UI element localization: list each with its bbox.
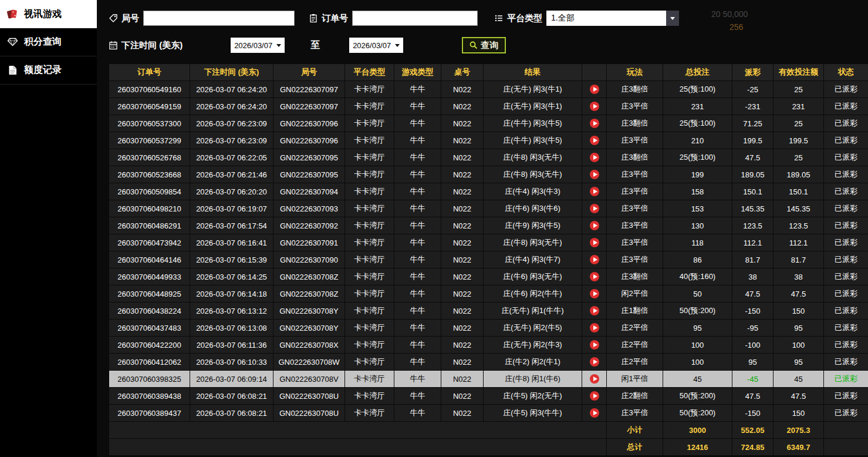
valid-bet-cell: 150 <box>774 303 824 320</box>
platform-type-cell: 卡卡湾厅 <box>345 115 394 132</box>
platform-select[interactable]: 1.全部 <box>546 11 679 26</box>
replay-button[interactable] <box>590 255 599 264</box>
sidebar-item-quota-record[interactable]: 额度记录 <box>0 56 97 85</box>
replay-button[interactable] <box>590 221 599 230</box>
bet-time-cell: 2026-03-07 06:19:07 <box>190 200 273 217</box>
table-row[interactable]: 260307060448925 2026-03-07 06:14:18 GN02… <box>109 285 868 303</box>
replay-button[interactable] <box>590 170 599 179</box>
payout-cell: 47.5 <box>732 149 774 166</box>
payout-cell: 71.25 <box>732 115 774 132</box>
table-row[interactable]: 260307060523668 2026-03-07 06:21:46 GN02… <box>109 166 868 183</box>
platform-select-value: 1.全部 <box>551 13 575 23</box>
total-bet-cell: 130 <box>663 217 732 234</box>
round-number-input[interactable] <box>143 11 295 26</box>
total-bet-cell: 25(预:100) <box>663 149 732 166</box>
table-row[interactable]: 260307060437483 2026-03-07 06:13:08 GN02… <box>109 320 868 337</box>
round-number-cell: GN0222630708X <box>273 337 345 354</box>
round-number-cell: GN02226307090 <box>273 251 345 268</box>
replay-button[interactable] <box>590 85 599 94</box>
total-bet-cell: 50(预:200) <box>663 303 732 320</box>
sidebar-item-points-query[interactable]: 积分查询 <box>0 28 97 56</box>
result-cell: 庄(无牛) 闲2(牛3) <box>484 337 582 354</box>
table-row[interactable]: 260307060498210 2026-03-07 06:19:07 GN02… <box>109 200 868 217</box>
replay-button[interactable] <box>590 323 599 332</box>
replay-button[interactable] <box>590 306 599 315</box>
valid-bet-cell: 25 <box>774 115 824 132</box>
replay-button[interactable] <box>590 119 599 128</box>
table-row[interactable]: 260307060526768 2026-03-07 06:22:05 GN02… <box>109 149 868 166</box>
payout-cell: 199.5 <box>732 132 774 149</box>
platform-type-cell: 卡卡湾厅 <box>345 217 394 234</box>
status-cell: 已派彩 <box>824 354 868 371</box>
round-number-cell: GN02226307097 <box>273 81 345 98</box>
table-row[interactable]: 260307060549159 2026-03-07 06:24:20 GN02… <box>109 98 868 115</box>
bet-time-cell: 2026-03-07 06:16:41 <box>190 234 273 251</box>
replay-button[interactable] <box>590 357 599 367</box>
col-play-method: 玩法 <box>607 64 663 81</box>
replay-button[interactable] <box>590 391 599 401</box>
valid-bet-cell: 199.5 <box>774 132 824 149</box>
platform-type-cell: 卡卡湾厅 <box>345 268 394 285</box>
payout-cell: 47.5 <box>732 388 774 405</box>
game-type-cell: 牛牛 <box>394 132 441 149</box>
table-row[interactable]: 260307060486291 2026-03-07 06:17:54 GN02… <box>109 217 868 234</box>
replay-button[interactable] <box>590 204 599 213</box>
replay-button[interactable] <box>590 272 599 281</box>
replay-button[interactable] <box>590 102 599 111</box>
table-row[interactable]: 260307060412062 2026-03-07 06:10:33 GN02… <box>109 354 868 371</box>
bet-time-cell: 2026-03-07 06:21:46 <box>190 166 273 183</box>
table-row[interactable]: 260307060449933 2026-03-07 06:14:25 GN02… <box>109 268 868 285</box>
table-row[interactable]: 260307060473942 2026-03-07 06:16:41 GN02… <box>109 234 868 251</box>
table-row[interactable]: 260307060509854 2026-03-07 06:20:20 GN02… <box>109 183 868 200</box>
replay-button[interactable] <box>590 153 599 162</box>
col-result: 结果 <box>484 64 582 81</box>
table-row[interactable]: 260307060537300 2026-03-07 06:23:09 GN02… <box>109 115 868 132</box>
replay-button[interactable] <box>590 289 599 298</box>
replay-button[interactable] <box>590 238 599 247</box>
table-row[interactable]: 260307060422200 2026-03-07 06:11:36 GN02… <box>109 337 868 354</box>
play-method-cell: 庄3平倍 <box>607 217 663 234</box>
date-from-select[interactable]: 2026/03/07 <box>231 38 285 53</box>
status-cell: 已派彩 <box>824 149 868 166</box>
order-number-input[interactable] <box>352 11 478 26</box>
total-bet-cell: 153 <box>663 200 732 217</box>
replay-button[interactable] <box>590 187 599 196</box>
total-bet-cell: 40(预:160) <box>663 268 732 285</box>
payout-cell: 123.5 <box>732 217 774 234</box>
replay-button[interactable] <box>590 408 599 418</box>
query-button[interactable]: 查询 <box>462 37 506 53</box>
bet-time-cell: 2026-03-07 06:09:14 <box>190 371 273 388</box>
table-row[interactable]: 260307060389438 2026-03-07 06:08:21 GN02… <box>109 388 868 405</box>
replay-cell <box>582 217 607 234</box>
table-row[interactable]: 260307060389437 2026-03-07 06:08:21 GN02… <box>109 405 868 422</box>
play-method-cell: 庄1翻倍 <box>607 303 663 320</box>
round-number-cell: GN02226307097 <box>273 98 345 115</box>
table-number-cell: N022 <box>441 337 484 354</box>
replay-button[interactable] <box>590 374 599 384</box>
order-number-cell: 260307060438224 <box>109 303 190 320</box>
table-number-cell: N022 <box>441 303 484 320</box>
sidebar-item-video-games[interactable]: 视讯游戏 <box>0 0 97 28</box>
records-table: 订单号 下注时间 (美东) 局号 平台类型 游戏类型 桌号 结果 玩法 总投注 … <box>109 63 868 456</box>
table-row[interactable]: 260307060537299 2026-03-07 06:23:09 GN02… <box>109 132 868 149</box>
date-to-select[interactable]: 2026/03/07 <box>349 38 403 53</box>
platform-type-cell: 卡卡湾厅 <box>345 303 394 320</box>
replay-button[interactable] <box>590 136 599 145</box>
table-row[interactable]: 260307060438224 2026-03-07 06:13:12 GN02… <box>109 303 868 320</box>
payout-cell: 47.5 <box>732 285 774 303</box>
table-row[interactable]: 260307060398325 2026-03-07 06:09:14 GN02… <box>109 371 868 388</box>
play-method-cell: 庄3平倍 <box>607 251 663 268</box>
round-number-label: 局号 <box>109 13 139 24</box>
table-row[interactable]: 260307060549160 2026-03-07 06:24:20 GN02… <box>109 81 868 98</box>
replay-cell <box>582 354 607 371</box>
table-number-cell: N022 <box>441 217 484 234</box>
total-bet-cell: 50 <box>663 285 732 303</box>
status-cell: 已派彩 <box>824 268 868 285</box>
replay-button[interactable] <box>590 340 599 350</box>
play-method-cell: 庄3平倍 <box>607 405 663 422</box>
subtotal-label: 小计 <box>607 422 663 439</box>
subtotal-row: 小计 3000 552.05 2075.3 <box>109 422 868 439</box>
result-cell: 庄(牛8) 闲1(牛6) <box>484 371 582 388</box>
table-row[interactable]: 260307060464146 2026-03-07 06:15:39 GN02… <box>109 251 868 268</box>
result-cell: 庄(牛8) 闲3(无牛) <box>484 149 582 166</box>
